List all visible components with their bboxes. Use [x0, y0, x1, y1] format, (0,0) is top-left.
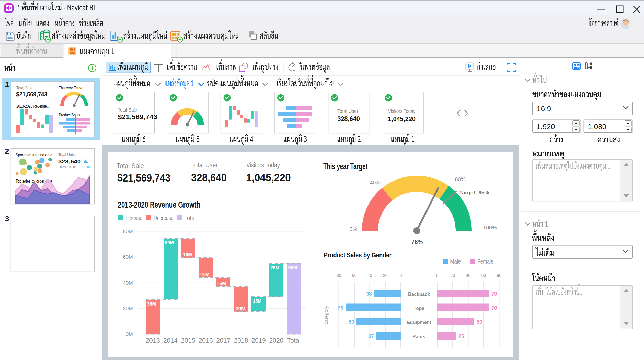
svg-text:1,045,220: 1,045,220 [388, 115, 416, 123]
svg-text:Target: 85%: Target: 85% [459, 189, 489, 195]
svg-text:328,640: 328,640 [58, 158, 81, 165]
svg-text:This year Target...: This year Target... [59, 86, 86, 90]
svg-text:37: 37 [368, 333, 374, 339]
svg-text:Total User: Total User [191, 161, 218, 169]
svg-text:80: 80 [337, 273, 341, 278]
svg-text:26M: 26M [271, 265, 279, 271]
svg-text:Decrease: Decrease [154, 214, 174, 222]
svg-text:Total Units: Total Units [58, 153, 76, 157]
svg-text:Sportmen training data: Sportmen training data [16, 153, 52, 157]
svg-text:15M: 15M [253, 298, 261, 304]
svg-text:1,045,220: 1,045,220 [246, 171, 291, 184]
svg-text:This year Target: This year Target [323, 162, 367, 171]
svg-text:Increase: Increase [124, 214, 142, 222]
svg-text:50: 50 [477, 319, 482, 325]
svg-text:Male: Male [450, 257, 461, 265]
svg-text:20M: 20M [123, 306, 133, 311]
svg-text:328,640: 328,640 [337, 115, 360, 123]
svg-text:3: 3 [5, 214, 9, 223]
svg-text:-10M: -10M [182, 252, 192, 257]
svg-text:2013-2020 Revenue Growth: 2013-2020 Revenue Growth [118, 200, 200, 209]
svg-text:78%: 78% [411, 238, 423, 245]
svg-text:20: 20 [383, 273, 388, 278]
svg-text:40M: 40M [123, 280, 133, 286]
svg-text:0%: 0% [350, 226, 357, 232]
svg-text:0M: 0M [126, 331, 133, 337]
svg-text:70: 70 [491, 305, 497, 311]
svg-text:1,920: 1,920 [536, 122, 555, 131]
svg-text:38: 38 [366, 291, 372, 297]
svg-text:0: 0 [436, 273, 439, 278]
svg-text:-5M: -5M [218, 280, 226, 286]
svg-text:Visitors Today: Visitors Today [246, 161, 280, 169]
svg-text:Female: Female [477, 257, 493, 265]
svg-text:2020: 2020 [269, 337, 283, 344]
svg-text:60: 60 [352, 273, 357, 278]
svg-text:60: 60 [481, 273, 486, 278]
svg-text:90M: 90M [288, 265, 297, 270]
svg-text:$21,569,743: $21,569,743 [16, 91, 47, 98]
svg-text:2014: 2014 [163, 337, 178, 344]
svg-text:40: 40 [367, 273, 372, 278]
svg-text:Total Sale: Total Sale [118, 107, 137, 113]
svg-text:2013-2020 Revenue...: 2013-2020 Revenue... [16, 104, 50, 108]
svg-text:80%: 80% [455, 176, 466, 182]
svg-text:Total User: Total User [337, 108, 359, 114]
svg-text:40: 40 [466, 273, 470, 278]
svg-text:69M: 69M [165, 240, 174, 245]
svg-text:Total: Total [287, 337, 301, 344]
svg-text:75: 75 [338, 305, 343, 311]
svg-text:$21,569,743: $21,569,743 [117, 172, 170, 184]
svg-text:2015: 2015 [181, 337, 195, 344]
svg-text:80M: 80M [123, 229, 133, 234]
svg-text:Equipment: Equipment [407, 320, 431, 325]
svg-text:Total Sale: Total Sale [117, 162, 144, 170]
svg-text:328,640: 328,640 [191, 171, 227, 184]
svg-text:Tops: Tops [413, 306, 424, 311]
svg-text:16:9: 16:9 [537, 105, 551, 113]
svg-text:0: 0 [400, 273, 402, 278]
svg-text:80: 80 [497, 273, 501, 278]
svg-text:1,080: 1,080 [588, 122, 606, 131]
svg-text:25: 25 [458, 333, 464, 339]
svg-text:60M: 60M [123, 254, 133, 260]
svg-text:Product Sales by Gender: Product Sales by Gender [324, 251, 392, 259]
svg-text:38M: 38M [147, 301, 156, 307]
svg-text:-20M: -20M [234, 306, 246, 311]
svg-text:Pants: Pants [412, 334, 425, 339]
svg-text:category: category [324, 306, 329, 324]
svg-text:1: 1 [5, 80, 9, 88]
svg-text:2013: 2013 [146, 337, 160, 344]
svg-text:-10M: -10M [199, 272, 210, 277]
svg-text:Visitors Today: Visitors Today [388, 108, 416, 114]
svg-text:+95.00%: +95.00% [80, 165, 91, 169]
svg-text:2: 2 [5, 147, 9, 155]
svg-text:2016: 2016 [199, 337, 213, 344]
svg-text:2018: 2018 [234, 337, 248, 344]
svg-text:Product Sales...: Product Sales... [59, 113, 83, 117]
svg-text:100%: 100% [483, 224, 497, 230]
svg-text:$21,569,743: $21,569,743 [118, 113, 157, 121]
svg-text:2019: 2019 [251, 337, 266, 344]
svg-text:40%: 40% [370, 179, 381, 185]
svg-text:Target: 3,000: Target: 3,000 [60, 165, 76, 169]
svg-text:20: 20 [451, 273, 455, 278]
svg-text:Backpack: Backpack [408, 291, 430, 297]
svg-text:Total Sale: Total Sale [16, 86, 32, 90]
svg-text:59: 59 [349, 319, 354, 325]
svg-text:70: 70 [491, 291, 497, 297]
svg-text:2017: 2017 [216, 337, 231, 344]
svg-text:Total: Total [184, 214, 196, 222]
